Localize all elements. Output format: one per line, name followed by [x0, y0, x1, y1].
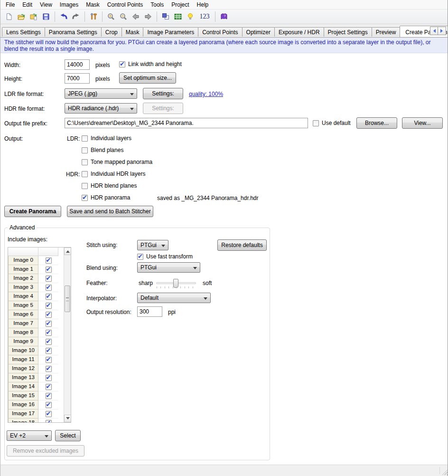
image-include-checkbox[interactable] — [46, 393, 52, 399]
image-row-label[interactable]: Image 4 — [8, 292, 38, 301]
tab-preview[interactable]: Preview — [372, 27, 401, 37]
menu-item[interactable]: Control Points — [103, 0, 147, 9]
image-row-label[interactable]: Image 0 — [8, 256, 38, 265]
help-icon[interactable]: ? — [218, 10, 230, 23]
image-include-checkbox[interactable] — [46, 339, 52, 345]
tools-icon[interactable] — [87, 10, 100, 23]
zoom-in-icon[interactable] — [105, 10, 117, 23]
tab-crop[interactable]: Crop — [101, 27, 122, 37]
quality-link[interactable]: quality: 100% — [189, 91, 223, 97]
menu-item[interactable]: Help — [193, 0, 213, 9]
image-name-column-header[interactable] — [8, 248, 38, 256]
open-project-icon[interactable] — [15, 10, 28, 23]
image-row-label[interactable]: Image 1 — [8, 265, 38, 274]
image-include-checkbox[interactable] — [46, 276, 52, 282]
save-batch-stitcher-button[interactable]: Save and send to Batch Stitcher — [67, 206, 153, 217]
view-button[interactable]: View... — [402, 117, 443, 129]
select-button[interactable]: Select — [55, 430, 81, 441]
tab-panorama-settings[interactable]: Panorama Settings — [45, 27, 102, 37]
menu-item[interactable]: File — [2, 0, 19, 9]
image-row-label[interactable]: Image 7 — [8, 319, 38, 328]
numeric-transform-icon[interactable]: 123 — [196, 10, 213, 23]
stitch-using-dropdown[interactable]: PTGui — [137, 240, 168, 250]
image-include-checkbox[interactable] — [46, 402, 52, 408]
image-row-label[interactable]: Image 9 — [8, 337, 38, 346]
zoom-out-icon[interactable] — [117, 10, 130, 23]
image-list-scrollbar[interactable] — [64, 248, 71, 422]
image-row-label[interactable]: Image 10 — [8, 346, 38, 355]
tab-scroll-right-icon[interactable] — [438, 27, 446, 35]
scrollbar-thumb[interactable] — [65, 286, 70, 312]
browse-button[interactable]: Browse... — [356, 117, 397, 129]
use-default-checkbox[interactable] — [313, 120, 319, 126]
new-project-icon[interactable] — [3, 10, 15, 23]
tab-image-parameters[interactable]: Image Parameters — [143, 27, 198, 37]
image-row-label[interactable]: Image 6 — [8, 310, 38, 319]
hdr-panorama-checkbox[interactable] — [82, 195, 88, 201]
tab-optimizer[interactable]: Optimizer — [242, 27, 275, 37]
ev-select-dropdown[interactable]: EV +2 — [7, 430, 52, 441]
panorama-editor-icon[interactable] — [159, 10, 172, 23]
resize-grip[interactable] — [442, 469, 448, 475]
menu-item[interactable]: View — [36, 0, 56, 9]
individual-layers-checkbox[interactable] — [82, 135, 88, 142]
ldr-format-dropdown[interactable]: JPEG (.jpg) — [65, 88, 137, 99]
image-include-checkbox[interactable] — [46, 303, 52, 309]
image-table-icon[interactable] — [172, 10, 184, 23]
hdr-blend-planes-checkbox[interactable] — [82, 183, 88, 189]
image-row-label[interactable]: Image 15 — [8, 391, 38, 400]
tab-project-settings[interactable]: Project Settings — [324, 27, 372, 37]
image-include-checkbox[interactable] — [46, 375, 52, 381]
image-row-label[interactable]: Image 8 — [8, 328, 38, 337]
menu-item[interactable]: Project — [168, 0, 193, 9]
image-row-label[interactable]: Image 14 — [8, 382, 38, 391]
link-width-height-checkbox[interactable] — [119, 61, 125, 67]
ldr-settings-button[interactable]: Settings: — [143, 88, 183, 99]
image-include-checkbox[interactable] — [46, 366, 52, 372]
menu-item[interactable]: Edit — [19, 0, 36, 9]
image-include-checkbox[interactable] — [46, 294, 52, 300]
blend-planes-checkbox[interactable] — [82, 147, 88, 153]
tab-mask[interactable]: Mask — [121, 27, 144, 37]
image-row-label[interactable]: Image 2 — [8, 274, 38, 283]
image-include-checkbox[interactable] — [46, 384, 52, 390]
interpolator-dropdown[interactable]: Default — [137, 293, 211, 303]
create-panorama-button[interactable]: Create Panorama — [4, 206, 61, 217]
output-prefix-input[interactable] — [65, 118, 308, 128]
height-input[interactable] — [65, 73, 90, 84]
image-row-label[interactable]: Image 3 — [8, 283, 38, 292]
blend-using-dropdown[interactable]: PTGui — [137, 262, 200, 273]
feather-slider[interactable] — [156, 282, 196, 284]
scroll-up-icon[interactable] — [64, 248, 71, 255]
image-row-label[interactable]: Image 17 — [8, 409, 38, 419]
tab-scroll-left-icon[interactable] — [430, 27, 438, 35]
restore-defaults-button[interactable]: Restore defaults — [217, 239, 267, 251]
image-include-checkbox[interactable] — [46, 411, 52, 417]
image-include-checkbox[interactable] — [46, 312, 52, 318]
image-row-label[interactable]: Image 16 — [8, 400, 38, 409]
next-image-icon[interactable] — [142, 10, 154, 23]
image-include-checkbox[interactable] — [46, 267, 52, 273]
tab-exposure-hdr[interactable]: Exposure / HDR — [274, 27, 324, 37]
detail-viewer-icon[interactable] — [184, 10, 196, 23]
image-include-checkbox[interactable] — [46, 357, 52, 363]
hdr-format-dropdown[interactable]: HDR radiance (.hdr) — [65, 103, 137, 114]
tab-lens-settings[interactable]: Lens Settings — [2, 27, 45, 37]
image-row-label[interactable]: Image 18 — [8, 419, 38, 423]
image-include-column-header[interactable] — [38, 248, 58, 256]
width-input[interactable] — [65, 59, 90, 70]
redo-icon[interactable] — [70, 10, 82, 23]
menu-item[interactable]: Images — [56, 0, 82, 9]
image-row-label[interactable]: Image 12 — [8, 364, 38, 373]
use-fast-transform-checkbox[interactable] — [137, 254, 143, 260]
image-row-label[interactable]: Image 13 — [8, 373, 38, 382]
save-project-icon[interactable] — [40, 10, 52, 23]
image-include-checkbox[interactable] — [46, 257, 52, 264]
previous-image-icon[interactable] — [130, 10, 142, 23]
image-include-checkbox[interactable] — [46, 420, 52, 423]
menu-item[interactable]: Tools — [147, 0, 168, 9]
tab-control-points[interactable]: Control Points — [198, 27, 242, 37]
output-resolution-input[interactable] — [137, 306, 162, 317]
image-row-label[interactable]: Image 5 — [8, 301, 38, 310]
undo-icon[interactable] — [57, 10, 70, 23]
